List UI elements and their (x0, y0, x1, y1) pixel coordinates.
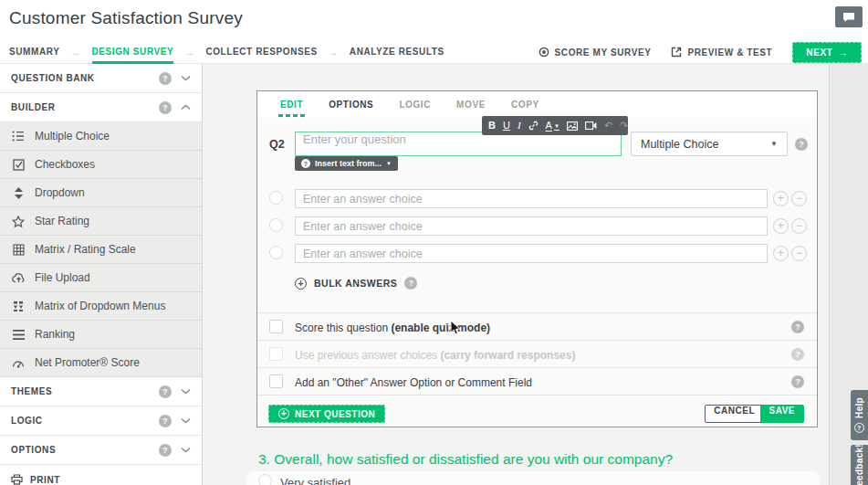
sidebar-section-print[interactable]: PRINT (0, 465, 202, 485)
help-tab[interactable]: ?Help (851, 390, 868, 440)
cloud-upload-icon (11, 272, 26, 283)
panel-footer: + NEXT QUESTION CANCEL SAVE (257, 395, 817, 427)
tab-copy[interactable]: COPY (511, 91, 539, 118)
answer-radio[interactable] (269, 246, 283, 259)
help-icon[interactable]: ? (159, 385, 172, 398)
survey-builder-app: Customer Satisfaction Survey SUMMARY → D… (0, 0, 868, 485)
sidebar-section-builder[interactable]: BUILDER ? (0, 93, 202, 122)
score-question-help-icon[interactable]: ? (791, 321, 804, 333)
tab-move[interactable]: MOVE (456, 91, 486, 118)
answer-choice-row: + − (257, 189, 817, 208)
sidebar: QUESTION BANK ? BUILDER ? Multiple Choic… (0, 64, 203, 485)
nav-step-summary[interactable]: SUMMARY (9, 40, 60, 64)
help-icon: ? (854, 423, 864, 433)
question-type-dropdown[interactable]: Multiple Choice ▼ (631, 132, 788, 156)
tab-edit[interactable]: EDIT (280, 91, 303, 118)
other-option-help-icon[interactable]: ? (791, 375, 804, 388)
more-options-icon[interactable]: … (635, 121, 645, 131)
score-my-survey-button[interactable]: SCORE MY SURVEY (539, 47, 652, 58)
answer-radio[interactable] (269, 218, 283, 232)
page-title: Customer Satisfaction Survey (9, 8, 243, 28)
answer-choice-input[interactable] (295, 244, 768, 263)
builder-item-matrix-of-dropdown-menus[interactable]: Matrix of Dropdown Menus (0, 292, 202, 321)
answer-choice-input[interactable] (295, 216, 768, 236)
help-icon[interactable]: ? (159, 444, 172, 457)
other-option-row: Add an "Other" Answer Option or Comment … (257, 367, 817, 395)
builder-item-matrix-rating-scale[interactable]: Matrix / Rating Scale (0, 236, 202, 264)
answer-choice-row: + − (257, 216, 817, 236)
builder-item-star-rating[interactable]: Star Rating (0, 207, 202, 236)
sidebar-section-themes[interactable]: THEMES ? (0, 377, 202, 406)
nav-step-design-survey[interactable]: DESIGN SURVEY (92, 40, 174, 64)
remove-answer-button[interactable]: − (791, 191, 807, 206)
tab-options[interactable]: OPTIONS (329, 91, 373, 118)
step-arrow-icon: → (184, 47, 194, 58)
redo-icon[interactable]: ↷ (620, 121, 628, 131)
question-edit-panel: EDIT OPTIONS LOGIC MOVE COPY B U I A▼ ↶ … (256, 90, 818, 427)
help-icon[interactable]: ? (159, 101, 172, 114)
builder-item-net-promoter-score[interactable]: Net Promoter® Score (0, 349, 202, 377)
active-tab-underline (278, 114, 305, 117)
dropdown-arrows-icon (11, 187, 26, 199)
answer-choice-input[interactable] (295, 189, 768, 208)
insert-video-icon[interactable] (585, 121, 597, 130)
italic-button[interactable]: I (518, 121, 521, 131)
cancel-button[interactable]: CANCEL (705, 405, 764, 423)
nav-step-analyze-results[interactable]: ANALYZE RESULTS (350, 40, 444, 64)
builder-item-dropdown[interactable]: Dropdown (0, 179, 202, 207)
bold-button[interactable]: B (488, 121, 496, 131)
carry-forward-help-icon[interactable]: ? (791, 348, 804, 361)
workflow-steps: SUMMARY → DESIGN SURVEY → COLLECT RESPON… (9, 40, 444, 64)
next-question-button[interactable]: + NEXT QUESTION (268, 405, 385, 423)
feedback-bubble-button[interactable] (835, 6, 863, 27)
workflow-navbar: SUMMARY → DESIGN SURVEY → COLLECT RESPON… (0, 40, 868, 64)
carry-forward-row: Use previous answer choices (carry forwa… (257, 340, 817, 367)
undo-icon[interactable]: ↶ (604, 121, 612, 131)
question-type-help-icon[interactable]: ? (795, 138, 808, 151)
caret-down-icon: ▼ (386, 161, 392, 166)
next-button[interactable]: NEXT → (792, 42, 862, 63)
export-icon (671, 47, 682, 58)
help-icon[interactable]: ? (159, 72, 172, 85)
score-question-checkbox[interactable] (269, 320, 283, 333)
remove-answer-button[interactable]: − (791, 218, 807, 234)
insert-image-icon[interactable] (567, 121, 578, 131)
add-answer-button[interactable]: + (773, 246, 789, 261)
sidebar-section-options[interactable]: OPTIONS ? (0, 436, 202, 465)
preview-question-title[interactable]: 3. Overall, how satisfied or dissatisfie… (258, 451, 673, 468)
insert-text-from-button[interactable]: ? Insert text from... ▼ (295, 156, 398, 171)
save-button[interactable]: SAVE (760, 405, 805, 423)
font-color-button[interactable]: A▼ (546, 121, 559, 131)
preview-answer-label: Very satisfied (280, 476, 350, 485)
tab-logic[interactable]: LOGIC (399, 91, 431, 118)
speech-bubble-icon (842, 12, 855, 23)
nav-step-collect-responses[interactable]: COLLECT RESPONSES (205, 40, 317, 64)
builder-item-ranking[interactable]: Ranking (0, 321, 202, 349)
underline-button[interactable]: U (503, 121, 510, 131)
help-icon[interactable]: ? (159, 415, 172, 427)
chevron-down-icon (181, 75, 191, 81)
builder-item-file-upload[interactable]: File Upload (0, 264, 202, 292)
sidebar-section-question-bank[interactable]: QUESTION BANK ? (0, 64, 202, 93)
remove-answer-button[interactable]: − (791, 246, 807, 261)
bulk-answers-help-icon[interactable]: ? (404, 277, 417, 290)
other-option-checkbox[interactable] (269, 374, 283, 388)
preview-answer-radio[interactable] (258, 474, 272, 485)
preview-and-test-button[interactable]: PREVIEW & TEST (671, 47, 772, 58)
feedback-tab[interactable]: Feedback! (851, 445, 868, 485)
sidebar-section-logic[interactable]: LOGIC ? (0, 406, 202, 436)
target-icon (539, 47, 549, 58)
answer-radio[interactable] (269, 191, 283, 205)
star-icon (11, 216, 26, 227)
add-answer-button[interactable]: + (773, 191, 789, 206)
question-text-input[interactable] (295, 132, 622, 156)
builder-item-checkboxes[interactable]: Checkboxes (0, 151, 202, 179)
navbar-actions: SCORE MY SURVEY PREVIEW & TEST NEXT → (539, 40, 862, 64)
circle-plus-icon: + (295, 278, 307, 290)
score-question-row: Score this question (enable quiz mode) ? (257, 312, 817, 340)
builder-item-multiple-choice[interactable]: Multiple Choice (0, 122, 202, 151)
bulk-answers-button[interactable]: + BULK ANSWERS ? (295, 277, 417, 290)
answer-choice-row: + − (257, 244, 817, 263)
link-icon[interactable] (528, 121, 539, 131)
add-answer-button[interactable]: + (773, 218, 789, 234)
